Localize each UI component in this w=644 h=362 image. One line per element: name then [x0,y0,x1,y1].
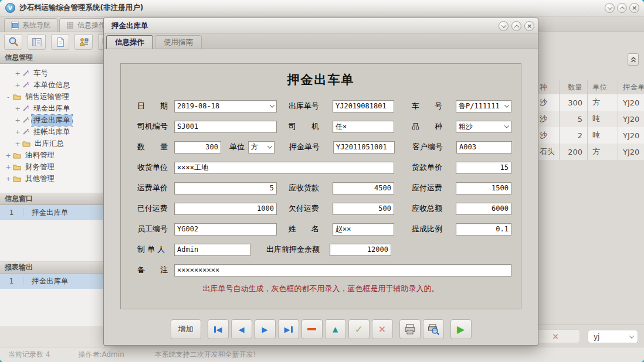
unit-select[interactable]: 方 [248,141,274,153]
vehicle-select[interactable]: 鲁P/111111 [456,100,511,112]
close-button[interactable]: × [629,3,639,13]
receiver-label: 收货单位 [137,162,174,173]
dialog-close-button[interactable]: × [524,21,534,31]
receivable-goods-input[interactable] [333,182,394,194]
driver-code-label: 司机编号 [137,121,174,132]
tree-item-sales-transport[interactable]: -销售运输管理 [0,91,104,103]
tree-item-cash-outbound[interactable]: +现金出库单 [0,103,104,114]
chevron-up-icon [619,6,624,11]
restore-button[interactable] [617,3,627,13]
list-item[interactable]: 1 押金出库单 [0,205,104,220]
tree-item-deposit-outbound[interactable]: +押金出库单 [0,114,104,126]
expander[interactable]: + [15,128,21,136]
date-select[interactable]: 2019-08-18 [174,100,277,112]
deposit-no-input[interactable] [333,141,395,153]
search-button[interactable] [4,34,22,50]
tree-item-unit-info[interactable]: +本单位信息 [0,79,104,91]
cell-quantity: 200 [560,144,588,160]
expander[interactable]: + [15,117,21,124]
form-row: 备 注 [121,263,521,277]
maker-input[interactable] [174,244,250,256]
expander[interactable]: + [5,175,11,183]
expander[interactable]: + [15,81,21,89]
expander[interactable]: + [5,163,11,171]
tab-system-nav[interactable]: 系统导航 [4,18,57,32]
person-chart-button[interactable] [74,34,93,50]
add-record-button[interactable]: 增加 [171,319,201,339]
expander[interactable]: + [15,70,21,77]
document-button[interactable] [51,34,69,50]
first-record-button[interactable]: ◀ [208,319,229,339]
deposit-before-input[interactable] [330,244,391,256]
filter-field-select[interactable]: yj [588,330,638,343]
employee-code-input[interactable] [174,223,277,235]
status-bar: 当前记录数 4 操作者:Admin 本系统支持二次开发和全新开发! [0,347,644,362]
expander[interactable]: + [5,152,11,159]
tree-item-credit-outbound[interactable]: +挂帐出库单 [0,126,104,138]
table-row[interactable]: 石头 200 方 YJ20 [538,144,644,160]
receiver-input[interactable] [174,162,394,174]
freight-price-input[interactable] [174,182,277,194]
next-record-button[interactable]: ▶ [255,319,276,339]
dialog-restore-button[interactable] [511,21,521,31]
variety-select[interactable]: 粗沙 [456,121,511,133]
table-row[interactable]: 沙 300 方 YJ20 [538,94,644,111]
delete-icon [307,328,316,330]
edit-record-button[interactable]: ▲ [325,319,346,339]
dialog-tab-user-guide[interactable]: 使用指南 [155,35,202,49]
minimize-button[interactable] [605,3,615,13]
dialog-minimize-button[interactable] [499,21,509,31]
card-view-button[interactable] [28,34,46,50]
employee-name-input[interactable] [333,223,394,235]
chevron-down-icon [504,103,509,107]
col-header: 单位 [588,80,618,94]
expander[interactable]: - [5,93,11,101]
print-button[interactable] [399,319,421,339]
paid-freight-input[interactable] [174,203,277,215]
out-no-input[interactable] [333,100,394,112]
cancel-button[interactable]: × [372,319,393,339]
col-header: 数量 [560,80,588,94]
table-row[interactable]: 沙 5 吨 YJ20 [538,111,644,127]
paid-freight-label: 已付运费 [137,203,174,214]
tree-item-outbound-summary[interactable]: +出库汇总 [0,138,104,149]
owed-freight-input[interactable] [333,203,394,215]
delete-record-button[interactable] [301,319,323,339]
cancel-icon: × [378,325,386,334]
owed-freight-label: 欠付运费 [289,203,333,214]
driver-code-input[interactable] [174,121,277,133]
document-icon [55,36,66,48]
customer-code-input[interactable] [456,141,512,153]
last-record-button[interactable]: ▶ [278,319,299,339]
variety-label: 品 种 [412,121,456,132]
print-preview-button[interactable] [423,319,444,339]
tree-item-vehicle-no[interactable]: +车号 [0,67,104,79]
commission-input[interactable] [456,223,511,235]
tree-item-other-manage[interactable]: +其他管理 [0,173,104,185]
receivable-total-input[interactable] [456,203,511,215]
table-row[interactable]: 沙 2 吨 YJ20 [538,127,644,144]
chevron-down-icon [607,5,612,9]
form-row: 运费单价 应收货款 应付运费 [121,181,521,195]
expander[interactable]: + [15,105,21,112]
payable-freight-input[interactable] [456,182,511,194]
tree-item-label: 其他管理 [23,173,56,185]
confirm-button[interactable]: ✓ [348,319,370,339]
run-report-button[interactable]: ▶ [450,319,472,339]
prev-record-button[interactable]: ◀ [231,319,252,339]
goods-price-input[interactable] [456,162,511,174]
expander[interactable]: + [15,140,21,148]
dialog-tab-info-operation[interactable]: 信息操作 [106,35,153,49]
list-item[interactable]: 1 押金出库单 [0,274,104,289]
collapse-panel-button[interactable] [628,53,639,66]
vehicle-label: 车 号 [412,101,456,111]
tree-item-fuel-manage[interactable]: +油料管理 [0,149,104,161]
cell-deposit-no: YJ20 [618,111,644,127]
driver-name-input[interactable] [333,121,394,133]
remark-input[interactable] [174,264,511,276]
tree-item-finance-manage[interactable]: +财务管理 [0,161,104,173]
list-item-index: 1 [0,277,23,285]
form-row: 制 单 人 出库前押金余额 [121,243,521,257]
out-no-label: 出库单号 [289,101,333,111]
quantity-input[interactable] [174,141,221,153]
